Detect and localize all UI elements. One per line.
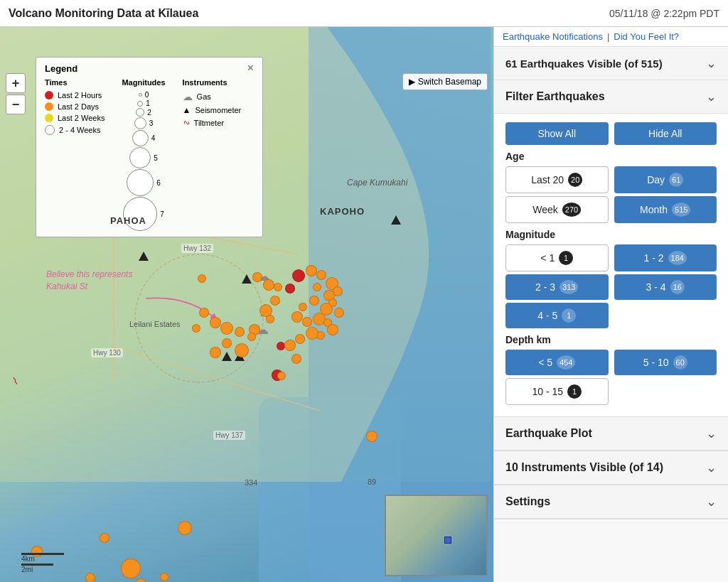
seismometer-mid[interactable] bbox=[242, 274, 252, 284]
day-button[interactable]: Day 61 bbox=[614, 166, 717, 193]
plot-chevron-icon: ⌄ bbox=[706, 426, 717, 441]
earthquake-notifications-link[interactable]: Earthquake Notifications bbox=[503, 31, 603, 42]
mag-lt1-badge: 1 bbox=[559, 251, 573, 265]
eq-orange-31[interactable] bbox=[198, 274, 206, 283]
mag3-circle bbox=[134, 117, 146, 129]
last20-button[interactable]: Last 20 20 bbox=[505, 166, 609, 193]
mag-4-5-button[interactable]: 4 - 5 1 bbox=[505, 303, 609, 328]
month-button[interactable]: Month 515 bbox=[614, 196, 717, 223]
map-area[interactable]: Legend ✕ Times Last 2 Hours Last 2 Days bbox=[0, 27, 493, 582]
seismometer-leilani[interactable] bbox=[222, 352, 232, 361]
filter-section-header[interactable]: Filter Earthquakes ⌄ bbox=[494, 80, 728, 114]
eq-red-1[interactable] bbox=[292, 269, 305, 282]
eq-red-2[interactable] bbox=[285, 284, 295, 293]
legend-box: Legend ✕ Times Last 2 Hours Last 2 Days bbox=[36, 57, 263, 237]
eq-orange-6[interactable] bbox=[333, 286, 343, 296]
seismometer-kapoho[interactable] bbox=[391, 215, 401, 225]
mag-3-4-button[interactable]: 3 - 4 16 bbox=[614, 274, 717, 300]
eq-orange-39[interactable] bbox=[178, 521, 192, 535]
scale-label-2mi: 2mi bbox=[21, 566, 64, 573]
eq-orange-9[interactable] bbox=[309, 296, 319, 306]
eq-orange-37[interactable] bbox=[266, 315, 274, 323]
filter-section-title: Filter Earthquakes bbox=[505, 90, 605, 103]
eq-orange-27[interactable] bbox=[247, 333, 256, 341]
eq-orange-23[interactable] bbox=[192, 324, 200, 333]
eq-orange-20[interactable] bbox=[284, 340, 296, 351]
mag-3-4-badge: 16 bbox=[670, 280, 685, 294]
settings-section-title: Settings bbox=[505, 495, 550, 508]
yellow-dot-icon bbox=[45, 114, 53, 122]
eq-orange-35[interactable] bbox=[270, 296, 280, 306]
eq-orange-16[interactable] bbox=[327, 324, 338, 335]
hide-all-button[interactable]: Hide All bbox=[614, 122, 717, 145]
eq-orange-4[interactable] bbox=[313, 283, 321, 291]
week-button[interactable]: Week 270 bbox=[505, 196, 609, 223]
seismometer-pahoa[interactable] bbox=[139, 252, 149, 261]
depth-5-10-button[interactable]: 5 - 10 60 bbox=[614, 350, 717, 375]
eq-orange-28[interactable] bbox=[235, 343, 249, 357]
mag-2-3-badge: 313 bbox=[560, 280, 578, 294]
legend-last2weeks: Last 2 Weeks bbox=[45, 114, 105, 122]
depth-lt5-button[interactable]: < 5 454 bbox=[505, 350, 609, 375]
plot-section-title: Earthquake Plot bbox=[505, 427, 592, 440]
eq-orange-44[interactable] bbox=[160, 573, 168, 581]
age-buttons-row1: Last 20 20 Day 61 bbox=[505, 166, 717, 193]
mag4-circle bbox=[132, 130, 149, 146]
mag2-circle bbox=[136, 108, 144, 117]
eq-orange-21[interactable] bbox=[199, 308, 209, 318]
settings-section: Settings ⌄ bbox=[494, 485, 728, 519]
settings-section-header[interactable]: Settings ⌄ bbox=[494, 485, 728, 519]
switch-basemap-button[interactable]: ▶ Switch Basemap bbox=[402, 73, 488, 90]
eq-orange-29[interactable] bbox=[222, 338, 232, 348]
eq-orange-10[interactable] bbox=[299, 303, 307, 311]
eq-orange-46[interactable] bbox=[366, 431, 378, 442]
eq-orange-19[interactable] bbox=[295, 334, 305, 344]
gas-icon: ☁ bbox=[183, 91, 193, 102]
eq-orange-11[interactable] bbox=[291, 311, 303, 323]
show-all-button[interactable]: Show All bbox=[505, 122, 609, 145]
filter-chevron-icon: ⌄ bbox=[706, 89, 717, 104]
mag-1-2-button[interactable]: 1 - 2 184 bbox=[614, 244, 717, 271]
hwy132-label: Hwy 132 bbox=[181, 244, 213, 253]
eq-orange-24[interactable] bbox=[220, 322, 233, 335]
orange-dot-icon bbox=[45, 102, 53, 111]
instruments-section-header[interactable]: 10 Instruments Visible (of 14) ⌄ bbox=[494, 451, 728, 485]
89-label: 89 bbox=[368, 478, 376, 486]
eq-orange-25[interactable] bbox=[235, 327, 245, 337]
depth-5-10-badge: 60 bbox=[673, 355, 687, 370]
eq-orange-12[interactable] bbox=[302, 317, 312, 327]
eq-orange-40[interactable] bbox=[100, 533, 109, 543]
eq-orange-32[interactable] bbox=[252, 272, 262, 282]
eq-orange-42[interactable] bbox=[121, 559, 141, 578]
instruments-chevron-icon: ⌄ bbox=[706, 460, 717, 475]
mag1-circle bbox=[137, 101, 143, 107]
eq-orange-1[interactable] bbox=[306, 265, 317, 276]
eq-orange-15[interactable] bbox=[334, 308, 344, 318]
eq-orange-30[interactable] bbox=[210, 347, 221, 358]
month-badge: 515 bbox=[672, 203, 690, 217]
eq-orange-45[interactable] bbox=[85, 573, 95, 582]
zoom-out-button[interactable]: − bbox=[6, 95, 26, 114]
minimap-inner bbox=[386, 496, 486, 575]
legend-last2hours: Last 2 Hours bbox=[45, 91, 105, 99]
legend-close-icon[interactable]: ✕ bbox=[247, 63, 254, 74]
datetime: 05/11/18 @ 2:22pm PDT bbox=[609, 8, 719, 19]
mag-lt1-button[interactable]: < 1 1 bbox=[505, 244, 609, 271]
depth-10-15-button[interactable]: 10 - 15 1 bbox=[505, 378, 609, 405]
eq-orange-47[interactable] bbox=[277, 372, 286, 380]
zoom-in-button[interactable]: + bbox=[6, 73, 26, 93]
filter-earthquakes-section: Filter Earthquakes ⌄ Show All Hide All A… bbox=[494, 80, 728, 417]
eq-orange-22[interactable] bbox=[210, 317, 221, 328]
eq-orange-18[interactable] bbox=[306, 327, 318, 340]
eq-orange-38[interactable] bbox=[291, 354, 301, 364]
eq-count-chevron-icon[interactable]: ⌄ bbox=[706, 55, 717, 71]
earthquake-count-text: 61 Earthquakes Visible (of 515) bbox=[505, 58, 663, 70]
eq-orange-2[interactable] bbox=[316, 270, 326, 280]
did-you-feel-it-link[interactable]: Did You Feel It? bbox=[614, 31, 679, 42]
basemap-arrow-icon: ▶ bbox=[409, 77, 415, 87]
earthquake-plot-section: Earthquake Plot ⌄ bbox=[494, 417, 728, 451]
plot-section-header[interactable]: Earthquake Plot ⌄ bbox=[494, 417, 728, 451]
eq-orange-33[interactable] bbox=[263, 279, 274, 291]
eq-orange-34[interactable] bbox=[274, 283, 282, 291]
mag-2-3-button[interactable]: 2 - 3 313 bbox=[505, 274, 609, 300]
